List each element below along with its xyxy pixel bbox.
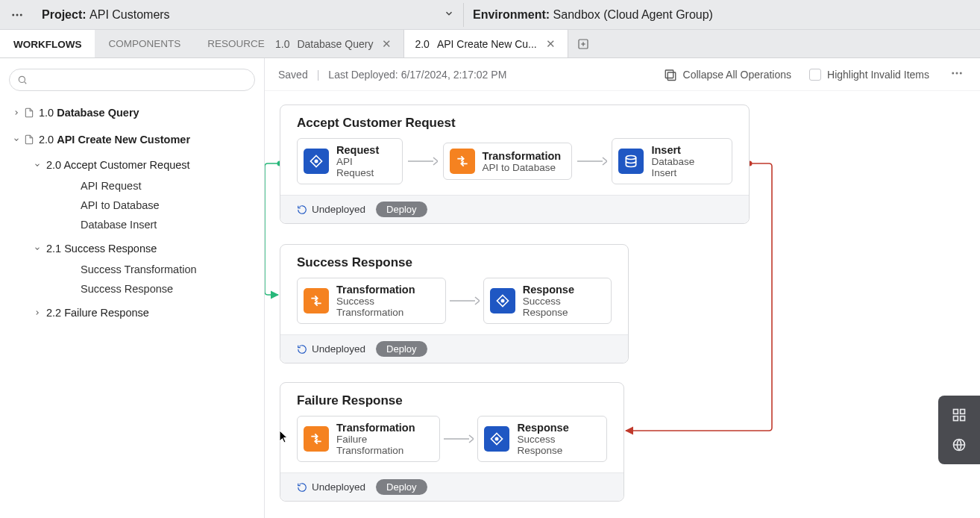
svg-rect-28 [954, 416, 958, 421]
tree-item-label: Database Query [57, 107, 139, 119]
node-database-insert[interactable]: InsertDatabase Insert [612, 138, 732, 184]
flow-arrow [572, 156, 612, 166]
search-icon [17, 75, 28, 85]
second-strip: WORKFLOWS COMPONENTS RESOURCES 1.0 Datab… [0, 30, 980, 58]
last-deployed-status: Last Deployed: 6/17/2024, 2:17:02 PM [328, 69, 506, 81]
right-dock [938, 396, 980, 464]
chevron-down-icon [444, 8, 454, 19]
tree-leaf-success-transformation[interactable]: Success Transformation [31, 260, 258, 279]
canvas[interactable]: Accept Customer Request RequestAPI Reque… [265, 91, 980, 518]
file-tab-api-create-customer[interactable]: 2.0 API Create New Cu... ✕ [404, 30, 568, 57]
canvas-toolbar: Saved | Last Deployed: 6/17/2024, 2:17:0… [265, 58, 980, 91]
deploy-status: Undeployed [297, 481, 365, 493]
tree-item-prefix: 1.0 [39, 107, 57, 119]
undeployed-icon [297, 482, 307, 493]
file-tab-title: API Create New Cu... [437, 38, 537, 50]
node-failure-transformation[interactable]: TransformationFailure Transformation [297, 416, 440, 462]
svg-rect-29 [961, 416, 965, 421]
svg-point-6 [19, 76, 25, 82]
api-icon [484, 426, 509, 452]
project-dropdown-button[interactable] [444, 8, 454, 22]
operation-footer: Undeployed Deploy [280, 472, 624, 501]
chevron-right-icon [10, 109, 22, 116]
tree-item-accept-customer-request[interactable]: 2.0 Accept Customer Request [31, 154, 258, 176]
tree-item-label: API Create New Customer [57, 134, 190, 146]
node-title: Transformation [336, 422, 429, 434]
node-failure-response[interactable]: ResponseSuccess Response [477, 416, 607, 462]
operation-footer: Undeployed Deploy [280, 334, 628, 363]
file-tab-version: 1.0 [275, 38, 289, 50]
node-success-response[interactable]: ResponseSuccess Response [483, 278, 612, 324]
svg-point-16 [315, 160, 317, 162]
chevron-right-icon [31, 309, 43, 316]
undeployed-icon [297, 205, 307, 215]
deploy-status: Undeployed [297, 204, 365, 215]
deploy-button[interactable]: Deploy [376, 202, 427, 217]
file-tab-version: 2.0 [415, 38, 429, 50]
tree-item-failure-response[interactable]: 2.2 Failure Response [31, 302, 258, 324]
node-subtitle: API to Database [483, 162, 562, 173]
page-icon [22, 107, 36, 118]
main-row: 1.0 Database Query 2.0 API Create New Cu… [0, 58, 980, 518]
svg-line-7 [25, 82, 27, 84]
saved-status: Saved [278, 69, 308, 81]
operation-failure-response[interactable]: Failure Response TransformationFailure T… [280, 382, 624, 502]
highlight-invalid-toggle[interactable]: Highlight Invalid Items [809, 69, 929, 81]
transform-icon [304, 426, 329, 452]
file-tab-database-query[interactable]: 1.0 Database Query ✕ [265, 30, 404, 57]
tree-item-success-response[interactable]: 2.1 Success Response [31, 237, 258, 260]
svg-point-19 [626, 156, 636, 160]
node-success-transformation[interactable]: TransformationSuccess Transformation [297, 278, 446, 324]
node-request[interactable]: RequestAPI Request [297, 138, 403, 184]
tree-item-label: 2.1 Success Response [43, 243, 157, 255]
collapse-all-button[interactable]: Collapse All Operations [664, 68, 792, 81]
api-icon [490, 288, 515, 313]
svg-rect-27 [961, 410, 965, 414]
operation-title: Failure Response [280, 383, 624, 416]
operation-title: Success Response [280, 245, 628, 278]
flow-arrow [403, 156, 442, 166]
more-menu-button[interactable] [7, 8, 27, 22]
project-label: Project: API Customers [42, 8, 170, 22]
file-tab-title: Database Query [297, 38, 373, 50]
operation-success-response[interactable]: Success Response TransformationSuccess T… [280, 244, 629, 363]
globe-icon [952, 437, 967, 452]
operation-title: Accept Customer Request [280, 105, 749, 138]
node-transformation-api-to-db[interactable]: TransformationAPI to Database [443, 143, 573, 180]
tree-item-label: 2.2 Failure Response [43, 307, 149, 319]
flow-arrow [446, 296, 483, 306]
toolbar-separator: | [317, 69, 320, 81]
svg-point-25 [496, 437, 498, 440]
tree-leaf-success-response[interactable]: Success Response [31, 279, 258, 299]
close-tab-button[interactable]: ✕ [544, 37, 557, 51]
operation-accept-customer-request[interactable]: Accept Customer Request RequestAPI Reque… [280, 104, 750, 224]
node-title: Request [336, 144, 392, 156]
node-title: Response [523, 284, 600, 296]
tab-workflows[interactable]: WORKFLOWS [0, 30, 95, 57]
tree-leaf-api-to-database[interactable]: API to Database [31, 196, 258, 215]
tree-item-database-query[interactable]: 1.0 Database Query [6, 102, 258, 124]
tree-leaf-database-insert[interactable]: Database Insert [31, 215, 258, 234]
operation-footer: Undeployed Deploy [280, 195, 749, 223]
canvas-area: Saved | Last Deployed: 6/17/2024, 2:17:0… [265, 58, 980, 518]
transform-icon [450, 149, 475, 174]
svg-rect-8 [665, 70, 673, 78]
tree-item-api-create-customer[interactable]: 2.0 API Create New Customer [6, 128, 258, 151]
file-tabs: 1.0 Database Query ✕ 2.0 API Create New … [265, 30, 980, 57]
chevron-down-icon [10, 136, 22, 143]
deploy-button[interactable]: Deploy [376, 479, 427, 495]
chevron-down-icon [31, 161, 43, 169]
add-tab-button[interactable] [568, 30, 598, 57]
canvas-more-button[interactable] [947, 66, 967, 82]
topbar-divider [463, 3, 464, 27]
dock-components-button[interactable] [938, 400, 980, 430]
dock-globe-button[interactable] [938, 430, 980, 460]
tab-components[interactable]: COMPONENTS [95, 30, 194, 57]
transform-icon [304, 288, 329, 313]
deploy-button[interactable]: Deploy [376, 341, 427, 357]
node-title: Transformation [336, 284, 435, 296]
tree-leaf-api-request[interactable]: API Request [31, 176, 258, 196]
search-input[interactable] [9, 69, 255, 91]
database-icon [618, 149, 644, 174]
close-tab-button[interactable]: ✕ [380, 37, 393, 51]
